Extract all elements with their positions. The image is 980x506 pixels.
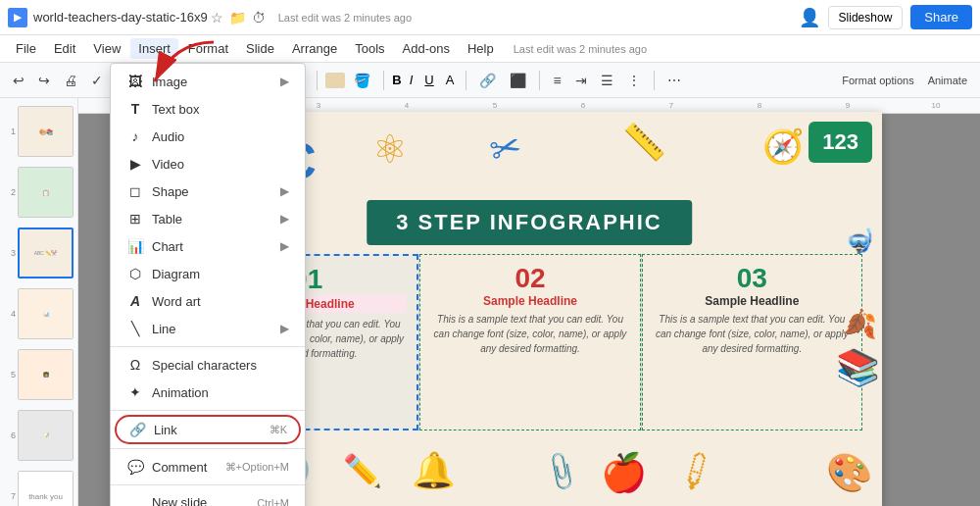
books-decoration: 📚 <box>836 347 880 388</box>
account-icon[interactable]: 👤 <box>799 7 820 28</box>
menu-item-table-label: Table <box>152 212 182 227</box>
step-headline-2[interactable]: Sample Headline <box>430 294 629 308</box>
textbox-menu-icon: T <box>126 101 144 117</box>
toolbar-font-italic[interactable]: I <box>410 73 414 87</box>
toolbar-font-color[interactable]: A <box>446 73 455 87</box>
slide-thumbnail-6[interactable]: 📝 <box>18 410 74 461</box>
special-chars-icon: Ω <box>126 357 144 373</box>
menu-item-link[interactable]: 🔗 Link ⌘K <box>115 415 301 444</box>
slideshow-button[interactable]: Slideshow <box>828 6 904 29</box>
menu-item-chart-label: Chart <box>152 239 183 254</box>
toolbar-bg-color[interactable] <box>325 73 345 88</box>
toolbar-link[interactable]: 🔗 <box>474 70 501 91</box>
slide-thumbnail-row-4: 4 📊 <box>4 288 74 339</box>
audio-menu-icon: ♪ <box>126 128 144 144</box>
toolbar-more[interactable]: ⋯ <box>662 70 686 91</box>
glasses-decoration: 🤿 <box>845 228 874 255</box>
menu-item-wordart[interactable]: A Word art <box>111 287 305 315</box>
menu-item-audio-label: Audio <box>152 129 184 144</box>
step-headline-3[interactable]: Sample Headline <box>653 294 852 308</box>
menu-item-video[interactable]: ▶ Video <box>111 150 305 177</box>
star-icon[interactable]: ☆ <box>211 10 223 25</box>
toolbar-insert-image[interactable]: ⬛ <box>505 70 531 91</box>
headline-text-3: Sample Headline <box>705 294 799 308</box>
toolbar-separator-6 <box>539 71 540 90</box>
menu-item-audio[interactable]: ♪ Audio <box>111 123 305 150</box>
ruler-mark: 10 <box>892 101 980 110</box>
step-body-3: This is a sample text that you can edit.… <box>653 312 852 356</box>
menu-item-textbox[interactable]: T Text box <box>111 95 305 123</box>
menu-item-special-chars[interactable]: Ω Special characters <box>111 351 305 379</box>
slide-num-3: 3 <box>4 248 16 258</box>
toolbar-print[interactable]: 🖨 <box>59 70 82 91</box>
headline-text-2: Sample Headline <box>483 294 577 308</box>
toolbar-paint[interactable]: 🪣 <box>349 70 375 91</box>
step-body-2: This is a sample text that you can edit.… <box>430 312 629 356</box>
toolbar-font-underline[interactable]: U <box>424 73 433 87</box>
ruler-mark: 7 <box>627 101 715 110</box>
slide-thumbnail-1[interactable]: 🎨📚 <box>18 106 74 157</box>
toolbar-separator-5 <box>466 71 466 90</box>
menu-item-diagram[interactable]: ⬡ Diagram <box>111 260 305 287</box>
slide-thumbnail-2[interactable]: 📋 <box>18 167 74 218</box>
animation-menu-icon: ✦ <box>126 384 144 400</box>
menu-item-table[interactable]: ⊞ Table ▶ <box>111 205 305 232</box>
menu-item-shape[interactable]: ◻ Shape ▶ <box>111 177 305 205</box>
link-shortcut: ⌘K <box>270 424 287 436</box>
ruler-mark: 4 <box>363 101 451 110</box>
infographic-col-2[interactable]: 02 Sample Headline This is a sample text… <box>419 254 640 430</box>
toolbar-spellcheck[interactable]: ✓ <box>86 70 108 91</box>
menu-file[interactable]: File <box>8 38 44 59</box>
pencil-decoration: ✏️ <box>343 452 382 489</box>
folder-icon[interactable]: 📁 <box>229 10 246 25</box>
menu-item-line[interactable]: ╲ Line ▶ <box>111 315 305 342</box>
chart-menu-icon: 📊 <box>126 238 144 254</box>
compass-decoration: 🧭 <box>762 126 804 166</box>
menu-item-comment-label: Comment <box>152 460 207 475</box>
thumb-content-3: ABC 📏✂️ <box>20 229 72 277</box>
slide-thumbnail-row-6: 6 📝 <box>4 410 74 461</box>
history-icon[interactable]: ⏱ <box>252 10 266 25</box>
slide-thumbnail-3[interactable]: ABC 📏✂️ <box>18 228 74 278</box>
link-menu-icon: 🔗 <box>128 422 146 437</box>
toolbar-redo[interactable]: ↪ <box>33 70 55 91</box>
menu-edit[interactable]: Edit <box>46 38 83 59</box>
menu-slide[interactable]: Slide <box>238 38 282 59</box>
app-icon: ▶ <box>8 8 27 27</box>
menu-item-chart[interactable]: 📊 Chart ▶ <box>111 232 305 260</box>
toolbar-numberedlist[interactable]: ⋮ <box>622 70 646 91</box>
scissors-decoration: ✂ <box>485 123 526 173</box>
toolbar-align[interactable]: ≡ <box>548 70 565 91</box>
slide-thumbnail-row-2: 2 📋 <box>4 167 74 218</box>
slide-thumbnail-row-1: 1 🎨📚 <box>4 106 74 157</box>
menu-addons[interactable]: Add-ons <box>395 38 458 59</box>
infographic-col-3[interactable]: 03 Sample Headline This is a sample text… <box>642 254 862 430</box>
share-button[interactable]: Share <box>910 5 972 29</box>
toolbar-bullet[interactable]: ☰ <box>596 70 618 91</box>
ruler-mark: 8 <box>715 101 804 110</box>
menu-item-new-slide[interactable]: New slide Ctrl+M <box>111 489 305 506</box>
thumb-content-1: 🎨📚 <box>19 107 73 156</box>
slide-thumbnail-row-3: 3 ABC 📏✂️ <box>4 228 74 278</box>
menu-item-animation[interactable]: ✦ Animation <box>111 379 305 406</box>
diagram-menu-icon: ⬡ <box>126 266 144 281</box>
toolbar-format-options[interactable]: Format options <box>837 72 918 89</box>
toolbar-font-bold[interactable]: B <box>392 73 401 87</box>
toolbar-undo[interactable]: ↩ <box>8 70 29 91</box>
menu-item-video-label: Video <box>152 157 184 172</box>
menu-item-comment[interactable]: 💬 Comment ⌘+Option+M <box>111 453 305 481</box>
toolbar-indent[interactable]: ⇥ <box>570 70 592 91</box>
menu-tools[interactable]: Tools <box>347 38 392 59</box>
slide-thumbnail-5[interactable]: 👩‍🏫 <box>18 349 74 400</box>
shape-menu-arrow: ▶ <box>280 184 289 198</box>
toolbar-animate[interactable]: Animate <box>923 72 972 89</box>
video-menu-icon: ▶ <box>126 156 144 172</box>
menu-view[interactable]: View <box>85 38 128 59</box>
menu-divider-3 <box>111 448 305 449</box>
slide-thumbnail-7[interactable]: thank you <box>18 471 74 506</box>
menu-arrange[interactable]: Arrange <box>284 38 345 59</box>
new-slide-shortcut: Ctrl+M <box>257 497 289 507</box>
slide-thumbnail-4[interactable]: 📊 <box>18 288 74 339</box>
menu-help[interactable]: Help <box>460 38 502 59</box>
autosave-status: Last edit was 2 minutes ago <box>514 43 647 55</box>
